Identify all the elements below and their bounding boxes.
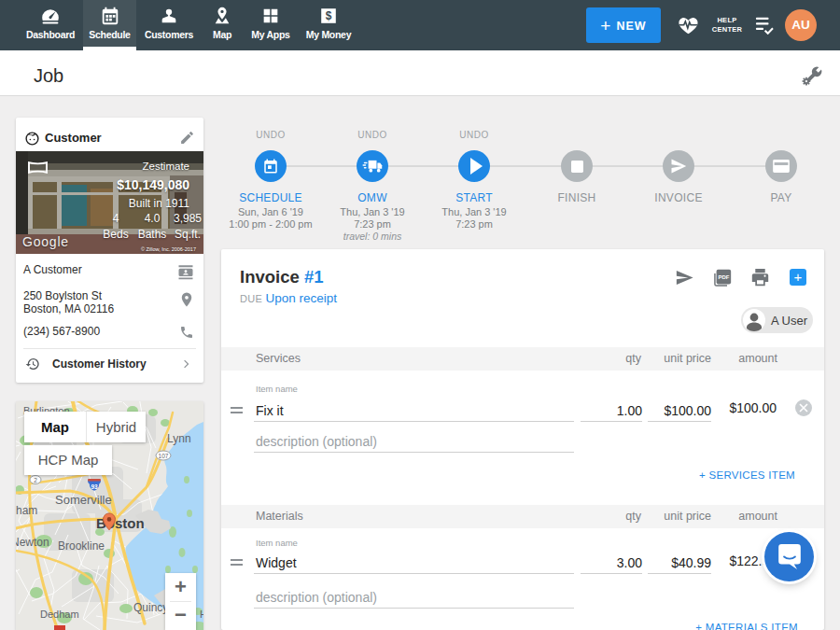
svg-text:Newton: Newton <box>16 536 49 549</box>
svg-text:$: $ <box>326 9 332 22</box>
svg-text:93: 93 <box>91 483 98 490</box>
svg-text:Quincy: Quincy <box>133 601 168 614</box>
svg-text:2: 2 <box>34 477 37 483</box>
svg-text:Hi: Hi <box>200 609 203 620</box>
svg-text:Brookline: Brookline <box>58 539 105 553</box>
svg-text:Dedham: Dedham <box>40 609 79 620</box>
svg-text:Somerville: Somerville <box>55 493 112 507</box>
svg-text:107: 107 <box>159 453 169 459</box>
svg-text:ham: ham <box>16 504 37 517</box>
svg-text:PDF: PDF <box>718 274 729 280</box>
svg-text:Lynn: Lynn <box>167 432 191 445</box>
